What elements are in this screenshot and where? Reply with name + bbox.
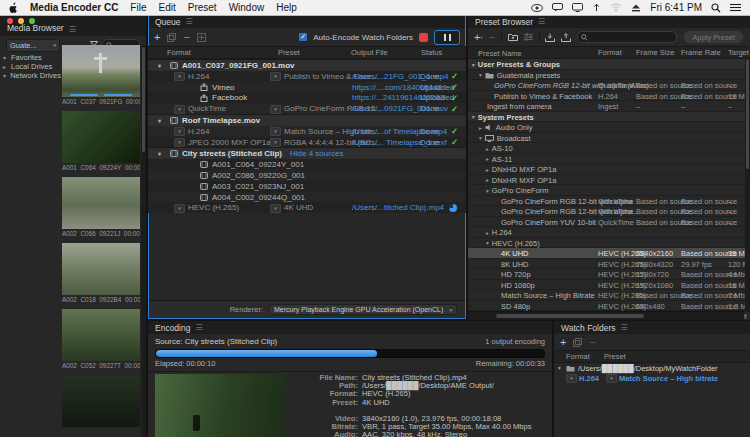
apple-menu-icon[interactable]: [9, 2, 18, 13]
preset-group-row[interactable]: ▸AS-10: [468, 143, 750, 154]
spotlight-icon[interactable]: [711, 3, 721, 13]
camera-status-icon[interactable]: [531, 4, 543, 12]
column-frame-rate[interactable]: Frame Rate: [681, 48, 721, 57]
import-presets-icon[interactable]: [545, 33, 555, 42]
sync-status-icon[interactable]: [592, 3, 601, 12]
stitched-source-row[interactable]: A004_C002_09244Q_001: [148, 192, 466, 203]
preset-group-row[interactable]: ▾Broadcast: [468, 133, 750, 144]
chevron-down-icon[interactable]: ▾: [558, 365, 561, 371]
messages-status-icon[interactable]: [552, 3, 563, 12]
preset-dropdown[interactable]: ▾: [270, 105, 281, 114]
column-format[interactable]: Format: [598, 48, 622, 57]
export-presets-icon[interactable]: [561, 33, 571, 42]
chevron-down-icon[interactable]: ▾: [3, 54, 8, 61]
display-status-icon[interactable]: [572, 3, 583, 12]
preset-dropdown[interactable]: ▾: [270, 138, 281, 147]
notification-center-icon[interactable]: [730, 3, 741, 12]
preset-row[interactable]: HD 1080pHEVC (H.265)1920x1080Based on so…: [468, 280, 750, 291]
thumbnail-image[interactable]: [62, 111, 140, 163]
queue-output-row[interactable]: ▾HEVC (H.265)▾4K UHD/Users/...titched Cl…: [148, 202, 466, 213]
preset-hscrollbar-thumb[interactable]: [496, 314, 644, 318]
output-format[interactable]: H.264: [188, 127, 209, 136]
media-scrollbar-thumb[interactable]: [142, 47, 145, 152]
menu-help[interactable]: Help: [276, 2, 297, 13]
column-preset[interactable]: Preset: [278, 48, 300, 57]
stitched-source-row[interactable]: A003_C021_0923NJ_001: [148, 181, 466, 192]
panel-menu-icon[interactable]: ☰: [69, 27, 76, 33]
column-output-file[interactable]: Output File: [351, 48, 388, 57]
menu-edit[interactable]: Edit: [158, 2, 175, 13]
duplicate-watch-folder-button[interactable]: [573, 338, 582, 347]
menu-window[interactable]: Window: [229, 2, 265, 13]
media-thumbnail[interactable]: A001_C064_09224Y_00:00:43: [62, 111, 140, 171]
column-target-rate[interactable]: Target Rate: [728, 48, 750, 57]
panel-menu-icon[interactable]: ☰: [538, 19, 545, 25]
preset-group-row[interactable]: ▸DNxHD MXF OP1a: [468, 164, 750, 175]
chevron-down-icon[interactable]: ▾: [479, 135, 482, 141]
output-format[interactable]: JPEG 2000 MXF OP1a: [188, 138, 271, 147]
menu-file[interactable]: File: [130, 2, 146, 13]
chevron-down-icon[interactable]: ▾: [479, 72, 482, 78]
chevron-down-icon[interactable]: ▾: [472, 114, 475, 120]
close-window-button[interactable]: [7, 18, 13, 24]
menubar-clock[interactable]: Fri 6:41 PM: [650, 2, 702, 13]
panel-menu-icon[interactable]: ☰: [620, 325, 627, 331]
apply-preset-button[interactable]: Apply Preset: [683, 30, 744, 44]
thumbnail-image[interactable]: [62, 177, 140, 229]
zoom-window-button[interactable]: [29, 18, 35, 24]
hide-sources-link[interactable]: Hide 4 sources: [290, 149, 343, 158]
preset-row[interactable]: GoPro CineForm RGB 12-bit with alpha...Q…: [468, 206, 750, 217]
eject-status-icon[interactable]: [631, 3, 641, 12]
stitched-source-row[interactable]: A001_C064_09224Y_001: [148, 159, 466, 170]
thumbnail-image[interactable]: [62, 309, 140, 361]
publish-row[interactable]: Facebookhttps://...24119614602283Uploade…: [148, 92, 466, 103]
format-dropdown[interactable]: ▾: [174, 204, 185, 213]
chevron-right-icon[interactable]: ▸: [3, 63, 8, 70]
queue-source-row[interactable]: ▾City streets (Stitched Clip)Hide 4 sour…: [148, 147, 466, 159]
preset-row[interactable]: HD 720pHEVC (H.265)1280x720Based on sour…: [468, 269, 750, 280]
format-dropdown[interactable]: ▾: [174, 105, 185, 114]
thumbnail-image[interactable]: [62, 45, 140, 97]
chevron-right-icon[interactable]: ▸: [486, 230, 489, 236]
preset-group-row[interactable]: ▾HEVC (H.265): [468, 238, 750, 249]
media-tree-item[interactable]: ▾Favorites: [3, 53, 61, 62]
output-file-path[interactable]: /Users/...titched Clip).mp4: [352, 203, 444, 212]
chevron-right-icon[interactable]: ▸: [486, 146, 489, 152]
chevron-down-icon[interactable]: ▾: [158, 62, 161, 69]
preset-row[interactable]: Match Source – High BitrateHEVC (H.265)B…: [468, 290, 750, 301]
watch-format[interactable]: H.264: [579, 374, 599, 383]
thumbnail-image[interactable]: [62, 243, 140, 295]
tab-watch-folders[interactable]: Watch Folders: [561, 323, 615, 333]
preset-scrollbar[interactable]: [745, 57, 750, 312]
media-thumbnail[interactable]: A002_C066_09221J_00:00:34: [62, 177, 140, 237]
tab-queue[interactable]: Queue: [155, 17, 181, 27]
preset-row[interactable]: 4K UHDHEVC (H.265)3840x2160Based on sour…: [468, 248, 750, 259]
panel-menu-icon[interactable]: ☰: [186, 19, 193, 25]
preset-row[interactable]: Publish to Vimeo & FacebookH.264Based on…: [468, 91, 750, 102]
preset-group-row[interactable]: ▾GoPro CineForm: [468, 185, 750, 196]
chevron-down-icon[interactable]: ▾: [158, 150, 161, 157]
output-preset[interactable]: 4K UHD: [284, 203, 313, 212]
preset-dropdown[interactable]: ▾: [270, 72, 281, 81]
preset-group-row[interactable]: ▾Guatemala presets: [468, 70, 750, 81]
wifi-status-icon[interactable]: [610, 3, 622, 12]
delete-preset-button[interactable]: −: [488, 32, 494, 42]
output-format[interactable]: HEVC (H.265): [188, 203, 239, 212]
preset-row[interactable]: SD 480pHEVC (H.265)640x480Based on sourc…: [468, 301, 750, 312]
queue-output-row[interactable]: ▾QuickTime▾GoPro CineForm RGB 12.../User…: [148, 103, 466, 114]
menu-preset[interactable]: Preset: [188, 2, 217, 13]
tab-encoding[interactable]: Encoding: [155, 323, 190, 333]
column-preset[interactable]: Preset: [604, 352, 626, 361]
chevron-right-icon[interactable]: ▸: [486, 156, 489, 162]
media-thumbnail[interactable]: A001_C037_0921FG_00:00:00:2: [62, 45, 140, 105]
menu-app-name[interactable]: Media Encoder CC: [30, 2, 118, 13]
preset-group-row[interactable]: ▸AS-11: [468, 154, 750, 165]
queue-source-row[interactable]: ▾A001_C037_0921FG_001.mov: [148, 59, 466, 71]
preset-search-input[interactable]: [577, 31, 677, 43]
preset-row[interactable]: GoPro CineForm RGB 12-bit with alpha (Al…: [468, 80, 750, 91]
chevron-down-icon[interactable]: ▾: [472, 62, 475, 68]
remove-button[interactable]: −: [183, 32, 189, 42]
preset-row[interactable]: Ingest from cameraIngest–––: [468, 101, 750, 112]
media-scrollbar[interactable]: [141, 45, 146, 437]
preset-horizontal-scrollbar[interactable]: [468, 311, 744, 320]
